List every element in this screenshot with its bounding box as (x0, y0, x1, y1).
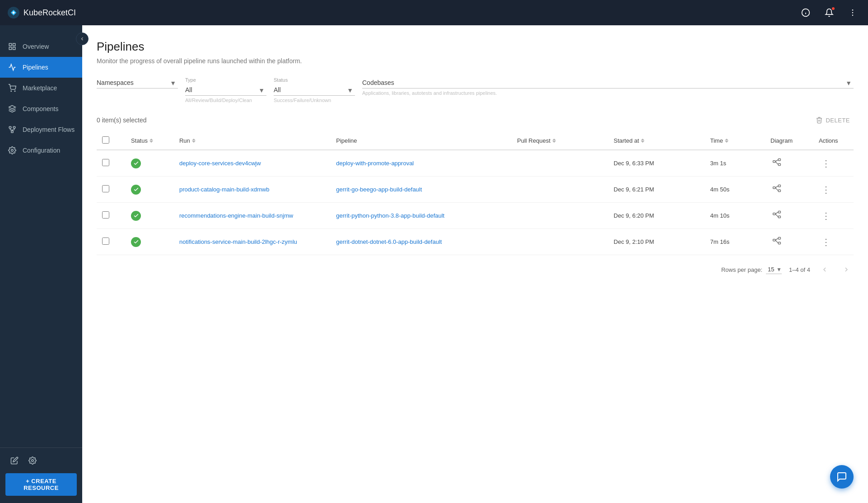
info-button[interactable] (798, 5, 814, 21)
th-run[interactable]: Run (174, 132, 331, 150)
actions-menu-button-1[interactable]: ⋮ (819, 182, 833, 197)
gear-bottom-icon-btn[interactable] (25, 453, 40, 468)
sidebar-item-pipelines[interactable]: Pipelines (0, 57, 82, 78)
th-started-at[interactable]: Started at (608, 132, 705, 150)
row-status-cell (126, 229, 174, 255)
sidebar-item-marketplace[interactable]: Marketplace (0, 78, 82, 98)
row-actions-cell: ⋮ (813, 203, 854, 229)
svg-line-41 (775, 238, 779, 240)
run-link-2[interactable]: recommendations-engine-main-build-snjmw (179, 212, 293, 219)
row-checkbox-cell (97, 229, 126, 255)
actions-menu-button-2[interactable]: ⋮ (819, 209, 833, 223)
row-time-cell: 7m 16s (705, 229, 765, 255)
app-logo (7, 6, 20, 19)
svg-rect-35 (778, 216, 780, 218)
pipeline-link-0[interactable]: deploy-with-promote-approval (336, 160, 414, 167)
th-actions-label: Actions (819, 137, 838, 144)
row-checkbox-cell (97, 203, 126, 229)
create-resource-button[interactable]: + CREATE RESOURCE (5, 473, 77, 496)
topbar: KubeRocketCI (0, 0, 868, 25)
row-run-cell: deploy-core-services-dev4cwjw (174, 150, 331, 177)
more-options-button[interactable] (845, 5, 861, 21)
type-select[interactable]: All Review Build Deploy Clean (185, 84, 266, 96)
diagram-button-2[interactable] (770, 208, 783, 223)
sidebar-collapse-button[interactable] (76, 33, 89, 45)
next-page-button[interactable] (839, 262, 854, 277)
pipeline-link-1[interactable]: gerrit-go-beego-app-build-default (336, 186, 422, 193)
cart-icon (7, 83, 17, 93)
grid-icon (7, 42, 17, 51)
pr-sort-icon (552, 139, 556, 143)
row-actions-cell: ⋮ (813, 177, 854, 203)
sidebar-item-components[interactable]: Components (0, 98, 82, 119)
row-checkbox-1[interactable] (102, 185, 109, 192)
selection-bar: 0 item(s) selected DELETE (97, 114, 854, 126)
sidebar-item-deployment-flows[interactable]: Deployment Flows (0, 119, 82, 140)
app-title: KubeRocketCI (23, 8, 76, 18)
svg-point-11 (11, 91, 12, 92)
diagram-button-3[interactable] (770, 234, 783, 249)
rows-per-page-label: Rows per page: (721, 266, 762, 273)
svg-rect-23 (773, 161, 775, 163)
svg-line-31 (775, 186, 779, 188)
run-sort-icon (192, 139, 196, 143)
sidebar-label-marketplace: Marketplace (23, 84, 57, 92)
run-link-0[interactable]: deploy-core-services-dev4cwjw (179, 160, 261, 167)
run-link-1[interactable]: product-catalog-main-build-xdmwb (179, 186, 269, 193)
svg-rect-25 (778, 163, 780, 165)
pencil-icon-btn[interactable] (7, 453, 22, 468)
diagram-button-1[interactable] (770, 182, 783, 197)
delete-button[interactable]: DELETE (812, 114, 854, 126)
prev-page-button[interactable] (817, 262, 832, 277)
page-info: 1–4 of 4 (789, 266, 810, 273)
row-pr-cell (512, 229, 608, 255)
table-row: product-catalog-main-build-xdmwb gerrit-… (97, 177, 854, 203)
status-filter-hint: Success/Failure/Unknown (274, 98, 355, 103)
th-time[interactable]: Time (705, 132, 765, 150)
row-pr-cell (512, 150, 608, 177)
row-pipeline-cell: gerrit-python-python-3.8-app-build-defau… (331, 203, 512, 229)
pipelines-table: Status Run (97, 132, 854, 255)
table-row: notifications-service-main-build-2lhgc-r… (97, 229, 854, 255)
svg-rect-33 (773, 213, 775, 215)
pipeline-link-3[interactable]: gerrit-dotnet-dotnet-6.0-app-build-defau… (336, 238, 442, 245)
sidebar-item-configuration[interactable]: Configuration (0, 140, 82, 161)
row-started-cell: Dec 9, 6:21 PM (608, 177, 705, 203)
row-diagram-cell (765, 177, 813, 203)
svg-rect-38 (773, 239, 775, 241)
row-checkbox-0[interactable] (102, 159, 109, 166)
select-all-checkbox[interactable] (102, 136, 109, 144)
chat-fab-button[interactable] (830, 465, 854, 489)
filters-row: Namespaces ▼ Type All Review Build Deplo… (97, 77, 854, 103)
row-checkbox-3[interactable] (102, 238, 109, 245)
row-checkbox-cell (97, 150, 126, 177)
actions-menu-button-3[interactable]: ⋮ (819, 235, 833, 249)
run-link-3[interactable]: notifications-service-main-build-2lhgc-r… (179, 238, 297, 245)
notification-badge (831, 6, 835, 11)
row-run-cell: product-catalog-main-build-xdmwb (174, 177, 331, 203)
status-select[interactable]: All Success Failure Unknown (274, 84, 355, 96)
th-status[interactable]: Status (126, 132, 174, 150)
row-started-cell: Dec 9, 6:33 PM (608, 150, 705, 177)
pipeline-link-2[interactable]: gerrit-python-python-3.8-app-build-defau… (336, 212, 444, 219)
codebases-select[interactable]: Codebases (362, 77, 854, 88)
sidebar-label-overview: Overview (23, 43, 49, 50)
row-status-cell (126, 177, 174, 203)
notifications-button[interactable] (821, 5, 837, 21)
rows-per-page-select[interactable]: 10 15 25 50 (766, 265, 782, 274)
actions-menu-button-0[interactable]: ⋮ (819, 156, 833, 171)
layers-icon (7, 104, 17, 114)
row-checkbox-cell (97, 177, 126, 203)
diagram-icon-0 (772, 158, 781, 167)
table-row: recommendations-engine-main-build-snjmw … (97, 203, 854, 229)
sidebar-item-overview[interactable]: Overview (0, 36, 82, 57)
svg-rect-14 (9, 126, 11, 128)
sidebar-label-components: Components (23, 105, 58, 112)
th-pull-request[interactable]: Pull Request (512, 132, 608, 150)
diagram-button-0[interactable] (770, 156, 783, 171)
topbar-actions (798, 5, 861, 21)
namespaces-select[interactable]: Namespaces (97, 77, 178, 88)
page-subtitle: Monitor the progress of overall pipeline… (97, 57, 854, 65)
th-actions: Actions (813, 132, 854, 150)
row-checkbox-2[interactable] (102, 211, 109, 219)
